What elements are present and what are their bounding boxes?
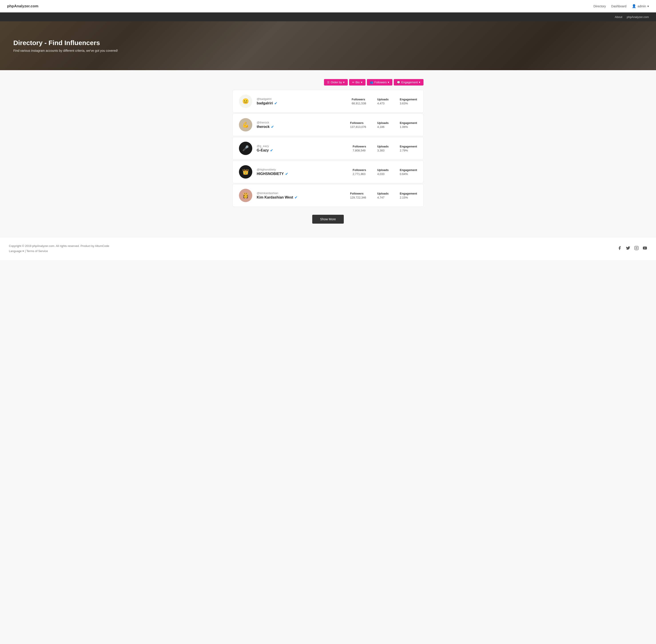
verified-icon: ✔ [270, 148, 273, 153]
order-by-label: Order by [331, 80, 342, 84]
nav-link-dashboard[interactable]: Dashboard [611, 4, 627, 8]
influencer-info: @g_eazy G-Eazy ✔ [257, 144, 348, 153]
brand-link[interactable]: phpAnalyzer.com [627, 15, 649, 19]
stat-engagement: Engagement 0.64% [400, 168, 417, 176]
influencer-info: @kimkardashian Kim Kardashian West ✔ [257, 191, 345, 200]
facebook-icon[interactable] [617, 246, 622, 251]
main-content: ☰ Order by ▾ ✏ Bio ▾ 👥 Followers ▾ 💬 Eng… [228, 70, 428, 237]
stat-followers: Followers 129,722,346 [350, 192, 366, 199]
stat-uploads: Uploads 4,033 [377, 168, 389, 176]
top-nav-links: Directory Dashboard 👤 admin ▾ [593, 4, 649, 8]
influencer-name: Kim Kardashian West ✔ [257, 196, 345, 200]
influencer-card[interactable]: 🎤 @g_eazy G-Eazy ✔ Followers 7,808,549 U… [232, 137, 424, 160]
influencer-handle: @highsnobiety [257, 168, 348, 171]
followers-stat-value: 137,813,076 [350, 125, 366, 129]
footer-left: Copyright © 2019 phpAnalyzer.com. All ri… [9, 244, 109, 254]
influencer-stats: Followers 2,771,863 Uploads 4,033 Engage… [353, 168, 417, 176]
svg-rect-0 [635, 246, 638, 250]
influencer-avatar: 👸 [239, 189, 252, 202]
uploads-stat-label: Uploads [377, 192, 389, 195]
hero-subtitle: Find various instagram accounts by diffe… [13, 49, 643, 52]
stat-uploads: Uploads 4,747 [377, 192, 389, 199]
influencer-info: @therock therock ✔ [257, 121, 345, 129]
stat-engagement: Engagement 2.15% [400, 192, 417, 199]
nav-link-directory[interactable]: Directory [593, 4, 606, 8]
bio-icon: ✏ [352, 81, 355, 84]
instagram-icon[interactable] [634, 246, 639, 251]
followers-chevron: ▾ [388, 80, 389, 84]
influencer-card[interactable]: 👸 @kimkardashian Kim Kardashian West ✔ F… [232, 184, 424, 207]
influencer-handle: @badgalriri [257, 97, 347, 100]
influencer-handle: @kimkardashian [257, 191, 345, 195]
influencer-avatar: 😐 [239, 95, 252, 108]
uploads-stat-value: 3,383 [377, 149, 389, 152]
influencer-avatar: 💪 [239, 118, 252, 132]
influencer-handle: @therock [257, 121, 345, 124]
stat-uploads: Uploads 4,473 [377, 98, 389, 105]
admin-menu[interactable]: 👤 admin ▾ [632, 4, 649, 8]
order-by-button[interactable]: ☰ Order by ▾ [324, 79, 348, 86]
twitter-icon[interactable] [626, 246, 630, 251]
influencer-stats: Followers 137,813,076 Uploads 4,186 Enga… [350, 121, 417, 129]
stat-uploads: Uploads 4,186 [377, 121, 389, 129]
order-icon: ☰ [327, 81, 330, 84]
uploads-stat-label: Uploads [377, 121, 389, 124]
influencer-card[interactable]: 😐 @badgalriri badgalriri ✔ Followers 68,… [232, 90, 424, 113]
chevron-down-icon: ▾ [647, 4, 649, 8]
influencer-handle: @g_eazy [257, 144, 348, 148]
verified-icon: ✔ [294, 196, 297, 200]
followers-icon: 👥 [370, 81, 373, 84]
terms-link[interactable]: Terms of Service [26, 249, 48, 253]
brand-logo[interactable]: phpAnalyzer.com [7, 4, 39, 8]
engagement-label: Engagement [401, 80, 418, 84]
verified-icon: ✔ [271, 125, 274, 129]
engagement-stat-label: Engagement [400, 121, 417, 124]
uploads-stat-label: Uploads [377, 145, 389, 148]
user-icon: 👤 [632, 4, 636, 8]
uploads-stat-label: Uploads [377, 98, 389, 101]
followers-stat-label: Followers [352, 98, 366, 101]
influencer-avatar: 🎤 [239, 142, 252, 155]
influencer-name: HIGHSNOBIETY ✔ [257, 172, 348, 176]
influencer-stats: Followers 7,808,549 Uploads 3,383 Engage… [353, 145, 417, 152]
engagement-stat-label: Engagement [400, 145, 417, 148]
footer-copyright: Copyright © 2019 phpAnalyzer.com. All ri… [9, 244, 109, 249]
influencer-stats: Followers 129,722,346 Uploads 4,747 Enga… [350, 192, 417, 199]
influencer-name: badgalriri ✔ [257, 101, 347, 106]
show-more-wrapper: Show More [232, 215, 424, 224]
about-link[interactable]: About [615, 15, 622, 19]
stat-engagement: Engagement 3.63% [400, 98, 417, 105]
verified-icon: ✔ [274, 101, 277, 106]
influencer-card[interactable]: 👑 @highsnobiety HIGHSNOBIETY ✔ Followers… [232, 161, 424, 183]
followers-stat-label: Followers [350, 121, 366, 124]
engagement-stat-value: 2.15% [400, 196, 417, 199]
influencer-card[interactable]: 💪 @therock therock ✔ Followers 137,813,0… [232, 113, 424, 136]
engagement-stat-label: Engagement [400, 168, 417, 172]
uploads-stat-label: Uploads [377, 168, 389, 172]
followers-label: Followers [375, 80, 387, 84]
engagement-button[interactable]: 💬 Engagement ▾ [394, 79, 424, 86]
followers-button[interactable]: 👥 Followers ▾ [367, 79, 393, 86]
top-nav: phpAnalyzer.com Directory Dashboard 👤 ad… [0, 0, 656, 13]
verified-icon: ✔ [285, 172, 288, 176]
engagement-stat-label: Engagement [400, 192, 417, 195]
youtube-icon[interactable] [643, 246, 647, 251]
footer: Copyright © 2019 phpAnalyzer.com. All ri… [0, 237, 656, 260]
show-more-button[interactable]: Show More [312, 215, 344, 224]
engagement-stat-value: 1.06% [400, 125, 417, 129]
stat-followers: Followers 137,813,076 [350, 121, 366, 129]
stat-followers: Followers 2,771,863 [353, 168, 366, 176]
engagement-chevron: ▾ [419, 80, 421, 84]
influencer-info: @badgalriri badgalriri ✔ [257, 97, 347, 106]
influencer-stats: Followers 68,911,538 Uploads 4,473 Engag… [352, 98, 417, 105]
bio-chevron: ▾ [361, 80, 362, 84]
engagement-stat-label: Engagement [400, 98, 417, 101]
secondary-nav: About phpAnalyzer.com [0, 13, 656, 21]
followers-stat-label: Followers [353, 168, 366, 172]
footer-divider: | [25, 249, 26, 253]
followers-stat-label: Followers [350, 192, 366, 195]
footer-right [617, 246, 647, 251]
uploads-stat-value: 4,033 [377, 172, 389, 176]
bio-button[interactable]: ✏ Bio ▾ [349, 79, 365, 86]
language-link[interactable]: Language ▾ [9, 249, 24, 253]
